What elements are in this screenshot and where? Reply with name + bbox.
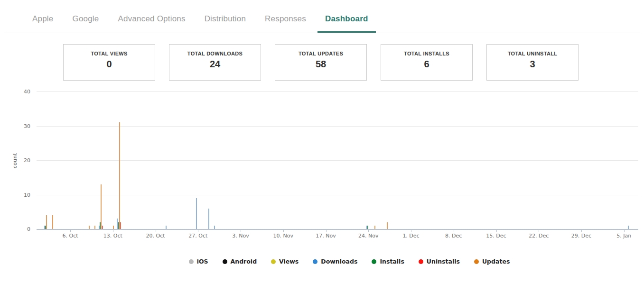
x-axis-line: [37, 229, 638, 230]
x-tick-mark: [241, 230, 241, 232]
x-tick-label: 1. Dec: [394, 233, 428, 239]
x-tick-mark: [454, 230, 454, 232]
x-tick-label: 24. Nov: [352, 233, 385, 239]
bar-downloads: [628, 226, 629, 229]
legend-item-ios: iOS: [189, 258, 208, 265]
bar-downloads: [166, 226, 167, 229]
x-tick-mark: [368, 230, 369, 232]
y-gridline: [37, 91, 638, 92]
x-tick-label: 13. Oct: [96, 233, 130, 239]
bar-updates: [387, 222, 388, 229]
y-tick-label: 10: [14, 192, 30, 198]
y-gridline: [37, 126, 638, 127]
x-tick-mark: [496, 230, 497, 232]
y-gridline: [37, 195, 638, 195]
x-tick-label: 27. Oct: [181, 233, 215, 239]
y-gridline: [37, 160, 638, 161]
legend-dot-ios: [189, 259, 194, 264]
bar-uninstalls: [120, 222, 121, 229]
legend-label: Uninstalls: [427, 258, 460, 265]
bar-downloads: [214, 226, 215, 229]
bar-updates: [119, 122, 120, 229]
legend-item-views: Views: [271, 258, 299, 265]
bar-updates: [89, 226, 90, 229]
y-tick-label: 40: [14, 89, 30, 95]
legend-label: iOS: [197, 258, 208, 265]
x-tick-mark: [283, 230, 284, 232]
x-tick-label: 29. Dec: [565, 233, 598, 239]
x-tick-label: 3. Nov: [224, 233, 257, 239]
x-tick-mark: [326, 230, 327, 232]
x-tick-mark: [70, 230, 71, 232]
x-tick-label: 20. Oct: [139, 233, 172, 239]
x-tick-label: 10. Nov: [267, 233, 300, 239]
bar-updates: [113, 226, 114, 229]
bar-updates: [94, 226, 95, 229]
legend-dot-installs: [372, 259, 376, 264]
legend-dot-views: [271, 259, 276, 264]
x-tick-label: 22. Dec: [522, 233, 555, 239]
legend-label: Views: [279, 258, 299, 265]
legend-dot-downloads: [313, 259, 317, 264]
legend-item-updates: Updates: [474, 258, 510, 265]
legend-label: Installs: [380, 258, 404, 265]
x-tick-mark: [411, 230, 411, 232]
x-tick-label: 8. Dec: [437, 233, 470, 239]
legend-label: Downloads: [321, 258, 357, 265]
bar-updates: [101, 184, 102, 229]
legend-dot-uninstalls: [419, 259, 423, 264]
bar-updates: [374, 226, 375, 229]
legend-label: Updates: [482, 258, 510, 265]
bar-uninstalls: [102, 226, 103, 229]
chart-legend: iOSAndroidViewsDownloadsInstallsUninstal…: [0, 258, 644, 265]
x-tick-mark: [198, 230, 198, 232]
bar-downloads: [208, 209, 209, 229]
legend-dot-android: [223, 259, 227, 264]
bar-installs: [367, 226, 368, 229]
legend-item-android: Android: [223, 258, 257, 265]
bar-updates: [46, 215, 47, 229]
x-tick-mark: [624, 230, 625, 232]
x-tick-label: 5. Jan: [607, 233, 641, 239]
legend-item-uninstalls: Uninstalls: [419, 258, 460, 265]
bar-downloads: [196, 198, 197, 229]
x-tick-mark: [539, 230, 539, 232]
x-tick-label: 17. Nov: [309, 233, 343, 239]
x-tick-mark: [113, 230, 113, 232]
legend-label: Android: [231, 258, 257, 265]
y-tick-label: 0: [14, 226, 30, 232]
y-tick-label: 30: [14, 123, 30, 129]
x-tick-label: 6. Oct: [54, 233, 87, 239]
y-tick-label: 20: [14, 157, 30, 164]
x-tick-mark: [156, 230, 156, 232]
legend-item-installs: Installs: [372, 258, 404, 265]
x-tick-label: 15. Dec: [480, 233, 513, 239]
legend-dot-updates: [474, 259, 479, 264]
bar-updates: [52, 215, 53, 229]
x-tick-mark: [581, 230, 582, 232]
legend-item-downloads: Downloads: [313, 258, 357, 265]
dashboard-chart: count 0102030406. Oct13. Oct20. Oct27. O…: [0, 0, 644, 283]
